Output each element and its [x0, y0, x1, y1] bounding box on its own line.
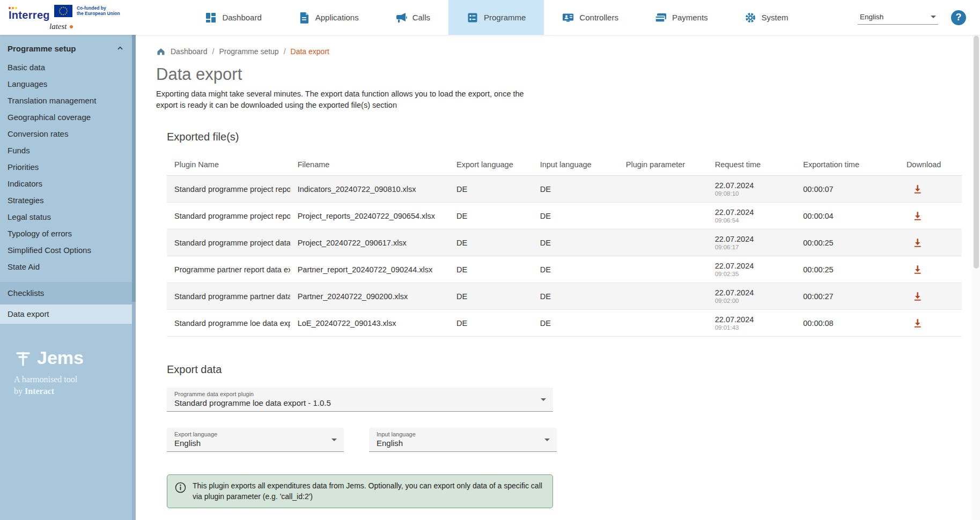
cell-input-language: DE	[533, 229, 618, 256]
cell-plugin-name: Standard programme project repo...	[167, 203, 290, 229]
breadcrumb-separator: /	[284, 47, 286, 56]
nav-item-applications[interactable]: Applications	[280, 0, 377, 35]
download-icon	[912, 264, 923, 275]
interreg-logo: Interreg Co-funded by the European Union…	[0, 0, 136, 35]
cell-exportation-time: 00:00:25	[795, 229, 899, 256]
sidebar-section-header[interactable]: Programme setup	[0, 35, 136, 60]
sidebar-section-title: Programme setup	[8, 44, 76, 53]
cell-plugin-name: Programme partner report data ex...	[167, 256, 290, 283]
download-icon	[912, 291, 923, 302]
nav-item-dashboard[interactable]: Dashboard	[187, 0, 279, 35]
table-row: Standard programme loe data exp... LoE_2…	[167, 310, 962, 337]
sidebar-item-translation-management[interactable]: Translation management	[0, 93, 136, 109]
download-button[interactable]	[911, 209, 924, 222]
programme-icon	[467, 12, 478, 24]
input-language-value: English	[377, 439, 549, 448]
nav-item-payments[interactable]: Payments	[637, 0, 726, 35]
table-row: Standard programme partner data... Partn…	[167, 283, 962, 310]
nav-item-system[interactable]: System	[726, 0, 807, 35]
export-data-section: Export data Programme data export plugin…	[156, 363, 962, 520]
main-content: Dashboard / Programme setup / Data expor…	[136, 35, 980, 520]
breadcrumb-programme-setup[interactable]: Programme setup	[219, 47, 278, 56]
download-icon	[912, 210, 923, 221]
home-icon[interactable]	[156, 47, 166, 56]
window-scrollbar[interactable]	[972, 35, 980, 520]
info-icon	[175, 482, 186, 493]
nav-item-calls[interactable]: Calls	[377, 0, 448, 35]
download-button[interactable]	[911, 236, 924, 249]
cell-request-time: 22.07.2024 09:01:43	[708, 310, 796, 337]
cell-plugin-parameter	[618, 176, 708, 203]
breadcrumb-separator: /	[212, 47, 215, 56]
download-icon	[912, 317, 923, 329]
cell-download	[899, 283, 962, 310]
payments-icon	[655, 12, 667, 24]
download-button[interactable]	[911, 316, 924, 330]
dashboard-icon	[205, 12, 217, 24]
plugin-select[interactable]: Programme data export plugin Standard pr…	[167, 388, 553, 412]
ui-language-select[interactable]: English	[858, 10, 938, 25]
sidebar-item-data-export[interactable]: Data export	[0, 304, 136, 324]
cell-download	[899, 310, 962, 337]
sidebar-item-conversion-rates[interactable]: Conversion rates	[0, 126, 136, 143]
cell-request-time: 22.07.2024 09:06:17	[708, 229, 796, 256]
cell-plugin-name: Standard programme project repo...	[167, 176, 290, 203]
plugin-info-box: This plugin exports all expenditures dat…	[167, 474, 553, 508]
sidebar-item-typology-of-errors[interactable]: Typology of errors	[0, 226, 136, 242]
top-navbar: Interreg Co-funded by the European Union…	[0, 0, 980, 35]
sidebar-item-simplified-cost-options[interactable]: Simplified Cost Options	[0, 242, 136, 259]
system-gear-icon	[745, 12, 756, 24]
export-language-select[interactable]: Export language English	[167, 428, 344, 452]
column-header-input-language: Input language	[533, 154, 618, 176]
sidebar-item-funds[interactable]: Funds	[0, 143, 136, 159]
column-header-filename: Filename	[290, 154, 449, 176]
sidebar-item-basic-data[interactable]: Basic data	[0, 60, 136, 76]
sidebar-scrollbar[interactable]	[132, 35, 136, 520]
download-button[interactable]	[911, 263, 924, 276]
cell-export-language: DE	[449, 310, 533, 337]
cell-filename: Project_20240722_090617.xlsx	[290, 229, 449, 256]
input-language-label: Input language	[377, 431, 549, 437]
cell-download	[899, 176, 962, 203]
calls-icon	[395, 12, 407, 24]
sidebar-item-priorities[interactable]: Priorities	[0, 159, 136, 176]
sidebar-primary-list: Basic dataLanguagesTranslation managemen…	[0, 60, 136, 276]
chevron-up-icon[interactable]	[115, 43, 125, 53]
input-language-select[interactable]: Input language English	[369, 428, 557, 452]
cell-request-time: 22.07.2024 09:06:54	[708, 203, 796, 229]
cell-download	[899, 229, 962, 256]
cell-plugin-parameter	[618, 203, 708, 229]
breadcrumb-dashboard[interactable]: Dashboard	[171, 47, 208, 56]
sidebar-item-geographical-coverage[interactable]: Geographical coverage	[0, 109, 136, 126]
page-title: Data export	[156, 65, 962, 84]
chevron-down-icon	[541, 398, 546, 401]
cell-exportation-time: 00:00:27	[795, 283, 899, 310]
sidebar-item-strategies[interactable]: Strategies	[0, 192, 136, 209]
nav-item-programme[interactable]: Programme	[448, 0, 544, 35]
download-button[interactable]	[911, 289, 924, 303]
applications-icon	[298, 12, 310, 24]
plugin-select-value: Standard programme loe data export - 1.0…	[174, 398, 546, 407]
ui-language-value: English	[860, 13, 883, 21]
version-dot	[70, 25, 73, 28]
nav-label: Applications	[315, 13, 359, 22]
interreg-brand-text: Interreg	[9, 9, 50, 21]
sidebar-item-state-aid[interactable]: State Aid	[0, 259, 136, 276]
help-icon[interactable]: ?	[951, 10, 966, 25]
sidebar-scrollbar-thumb[interactable]	[132, 35, 136, 302]
nav-label: Dashboard	[222, 13, 261, 22]
nav-item-controllers[interactable]: Controllers	[544, 0, 637, 35]
sidebar-item-languages[interactable]: Languages	[0, 76, 136, 93]
sidebar-item-checklists[interactable]: Checklists	[0, 282, 136, 304]
window-scrollbar-thumb[interactable]	[974, 36, 979, 269]
sidebar-item-indicators[interactable]: Indicators	[0, 176, 136, 192]
nav-label: Programme	[484, 13, 526, 22]
controllers-icon	[562, 12, 574, 24]
cell-exportation-time: 00:00:08	[795, 310, 899, 337]
sidebar-item-legal-status[interactable]: Legal status	[0, 209, 136, 226]
cell-request-time: 22.07.2024 09:02:00	[708, 283, 796, 310]
column-header-download: Download	[899, 154, 962, 176]
cell-plugin-name: Standard programme partner data...	[167, 283, 290, 310]
cell-input-language: DE	[533, 283, 618, 310]
download-button[interactable]	[911, 182, 924, 196]
